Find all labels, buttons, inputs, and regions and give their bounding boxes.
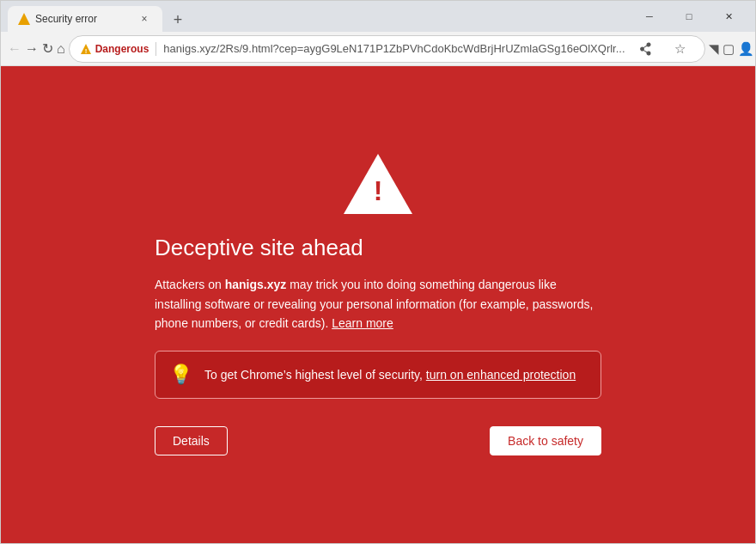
error-content: Deceptive site ahead Attackers on hanigs… [155,235,601,455]
back-to-safety-button[interactable]: Back to safety [490,426,601,455]
address-separator [155,42,156,56]
warning-icon-container: ! [344,154,412,214]
tab-close-button[interactable]: × [137,11,152,27]
protection-box: 💡 To get Chrome’s highest level of secur… [155,351,601,399]
minimize-button[interactable]: ─ [630,1,669,32]
home-button[interactable]: ⌂ [57,35,65,63]
tabs-container: Security error × + [8,1,626,32]
new-tab-button[interactable]: + [166,8,190,32]
danger-label: Dangerous [95,43,149,55]
address-bar[interactable]: ! Dangerous hanigs.xyz/2Rs/9.html?cep=ay… [69,35,705,63]
bookmark-icon[interactable]: ☆ [667,35,694,63]
share-icon[interactable] [632,35,660,63]
learn-more-link[interactable]: Learn more [332,316,393,330]
shield-icon: 💡 [169,364,192,386]
description-prefix: Attackers on [155,278,225,291]
reload-button[interactable]: ↻ [42,35,53,63]
exclaim-mark: ! [374,177,383,205]
maximize-button[interactable]: □ [669,1,709,32]
protection-text: To get Chrome’s highest level of securit… [204,368,576,382]
active-tab[interactable]: Security error × [8,6,162,32]
action-buttons: Details Back to safety [155,426,601,455]
domain: hanigs.xyz [225,278,287,291]
details-button[interactable]: Details [155,426,228,455]
error-page: ! Deceptive site ahead Attackers on hani… [1,66,755,543]
toolbar: ← → ↻ ⌂ ! Dangerous hanigs.xyz/2Rs/9.htm… [1,32,755,66]
close-button[interactable]: ✕ [709,1,748,32]
danger-badge[interactable]: ! Dangerous [80,43,149,55]
enhanced-protection-link[interactable]: turn on enhanced protection [426,368,576,382]
extensions-icon[interactable]: ◥ [709,35,719,63]
danger-triangle-icon: ! [80,43,92,55]
title-bar: Security error × + ─ □ ✕ [1,1,755,32]
back-button[interactable]: ← [8,35,21,63]
window-controls: ─ □ ✕ [630,1,748,32]
forward-button[interactable]: → [25,35,39,63]
tab-title: Security error [35,13,131,25]
protection-prefix: To get Chrome’s highest level of securit… [204,368,426,382]
address-url: hanigs.xyz/2Rs/9.html?cep=aygG9LeN171P1Z… [163,42,625,55]
warning-triangle-icon: ! [344,154,412,214]
tab-favicon [18,13,30,25]
error-description: Attackers on hanigs.xyz may trick you in… [155,275,601,333]
browser-window: Security error × + ─ □ ✕ ← → ↻ ⌂ ! [0,0,756,544]
sidebar-icon[interactable]: ▢ [722,35,735,63]
page-title: Deceptive site ahead [155,235,601,261]
profile-icon[interactable]: 👤 [738,35,754,63]
svg-text:!: ! [84,47,87,55]
